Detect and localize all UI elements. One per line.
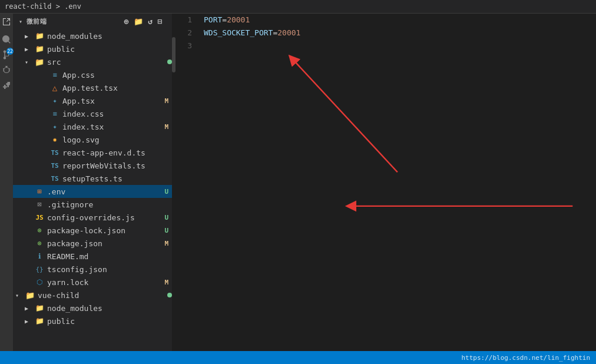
tsconfig-file-icon: {} [34, 264, 45, 274]
chevron-down-icon: ▾ [15, 292, 25, 299]
ts-file-icon: TS [49, 173, 60, 184]
collapse-icon[interactable]: ⊟ [158, 17, 163, 26]
activity-extensions-icon[interactable] [1, 80, 12, 91]
untracked-badge: U [164, 188, 168, 196]
item-label: vue-child [38, 291, 165, 300]
tree-item-index-css[interactable]: ≡ index.css [13, 107, 172, 120]
dot-indicator [167, 293, 172, 297]
folder-icon: 📁 [34, 303, 45, 313]
tree-item-react-app-env[interactable]: TS react-app-env.d.ts [13, 146, 172, 159]
tree-item-tsconfig[interactable]: {} tsconfig.json [13, 263, 172, 276]
untracked-badge: U [164, 227, 168, 234]
tree-item-node-modules-vue[interactable]: ▶ 📁 node_modules [13, 302, 172, 315]
item-label: public [47, 317, 172, 326]
tsx-file-icon: ✦ [49, 95, 60, 106]
json-file-icon: ⊛ [34, 238, 45, 249]
item-label: logo.svg [62, 135, 172, 144]
item-label: react-app-env.d.ts [62, 148, 172, 157]
line-number-3: 3 [183, 39, 192, 52]
item-label: src [47, 58, 165, 67]
readme-file-icon: ℹ [34, 251, 45, 262]
tree-item-report-web-vitals[interactable]: TS reportWebVitals.ts [13, 159, 172, 172]
tree-item-package-json[interactable]: ⊛ package.json M [13, 237, 172, 250]
breadcrumb-text: react-child > .env [5, 2, 81, 11]
test-file-icon: △ [49, 82, 60, 93]
line-number-2: 2 [183, 27, 192, 39]
gitignore-file-icon: ⊠ [34, 199, 45, 210]
item-label: App.tsx [62, 97, 164, 105]
js-file-icon: JS [34, 212, 45, 223]
tree-item-vue-child[interactable]: ▾ 📁 vue-child [13, 289, 172, 302]
tree-item-app-test[interactable]: △ App.test.tsx [13, 81, 172, 94]
chevron-down-icon: ▾ [19, 18, 23, 25]
item-label: .gitignore [47, 200, 172, 209]
modified-badge: M [164, 279, 168, 286]
item-label: .env [47, 187, 164, 196]
chevron-right-icon: ▶ [25, 33, 34, 39]
tree-item-public[interactable]: ▶ 📁 public [13, 42, 172, 55]
item-label: node_modules [47, 304, 172, 313]
ts-file-icon: TS [49, 160, 60, 171]
tree-item-src[interactable]: ▾ 📁 src [13, 55, 172, 68]
tree-item-public-vue[interactable]: ▶ 📁 public [13, 315, 172, 327]
activity-search-icon[interactable] [1, 34, 12, 45]
folder-icon: 📁 [34, 316, 45, 326]
breadcrumb-bar: react-child > .env [0, 0, 596, 14]
tsx-file-icon: ✦ [49, 121, 60, 132]
item-label: index.css [62, 110, 172, 118]
folder-icon: 📁 [34, 31, 45, 41]
tree-item-app-tsx[interactable]: ✦ App.tsx M [13, 94, 172, 107]
new-folder-icon[interactable]: 📁 [134, 17, 144, 26]
activity-bar: 22 [0, 14, 13, 351]
activity-git-icon[interactable]: 22 [1, 49, 12, 61]
yarn-file-icon: ⬡ [34, 277, 45, 287]
item-label: yarn.lock [47, 278, 164, 287]
chevron-right-icon: ▶ [25, 305, 34, 312]
item-label: setupTests.ts [62, 174, 172, 183]
tree-item-config-overrides[interactable]: JS config-overrides.js U [13, 211, 172, 224]
code-content[interactable]: PORT=20001 WDS_SOCKET_PORT=20001 [199, 14, 596, 351]
tree-item-package-lock[interactable]: ⊛ package-lock.json U [13, 224, 172, 237]
item-label: reportWebVitals.ts [62, 161, 172, 170]
refresh-icon[interactable]: ↺ [148, 17, 153, 26]
code-value: 20001 [277, 27, 300, 39]
line-numbers: 1 2 3 [176, 14, 199, 351]
sidebar-title: 微前端 [27, 17, 47, 26]
css-file-icon: ≡ [49, 70, 60, 80]
env-file-icon: ⊞ [34, 186, 45, 197]
sidebar: ▾ 微前端 ⊕ 📁 ↺ ⊟ ▶ 📁 node_modules ▶ 📁 publi… [13, 14, 172, 351]
tree-item-node-modules-react[interactable]: ▶ 📁 node_modules [13, 29, 172, 42]
code-line-3 [204, 39, 591, 52]
ts-file-icon: TS [49, 147, 60, 158]
code-key: WDS_SOCKET_PORT [204, 27, 273, 39]
chevron-down-icon: ▾ [25, 59, 34, 65]
item-label: package-lock.json [47, 226, 164, 235]
tree-item-yarn-lock[interactable]: ⬡ yarn.lock M [13, 276, 172, 289]
line-number-1: 1 [183, 14, 192, 27]
tree-item-logo-svg[interactable]: ✸ logo.svg [13, 133, 172, 146]
code-key: PORT [204, 14, 222, 27]
code-line-1: PORT=20001 [204, 14, 591, 27]
vue-folder-icon: 📁 [25, 290, 35, 300]
json-lock-file-icon: ⊛ [34, 225, 45, 236]
tree-item-setup-tests[interactable]: TS setupTests.ts [13, 172, 172, 185]
item-label: README.md [47, 252, 172, 261]
untracked-badge: U [164, 214, 168, 221]
item-label: public [47, 45, 172, 54]
tree-item-gitignore[interactable]: ⊠ .gitignore [13, 198, 172, 211]
code-value: 20001 [227, 14, 250, 27]
tree-item-app-css[interactable]: ≡ App.css [13, 68, 172, 81]
tree-item-readme[interactable]: ℹ README.md [13, 250, 172, 263]
code-line-2: WDS_SOCKET_PORT=20001 [204, 27, 591, 39]
tree-item-index-tsx[interactable]: ✦ index.tsx M [13, 120, 172, 133]
modified-badge: M [164, 240, 168, 247]
tree-item-env[interactable]: ⊞ .env U [13, 185, 172, 198]
dot-indicator [167, 59, 172, 64]
activity-debug-icon[interactable] [1, 64, 12, 76]
chevron-right-icon: ▶ [25, 318, 34, 325]
item-label: package.json [47, 239, 164, 248]
activity-explorer-icon[interactable] [1, 16, 12, 28]
modified-badge: M [164, 97, 168, 105]
item-label: index.tsx [62, 123, 164, 131]
new-file-icon[interactable]: ⊕ [124, 17, 129, 26]
